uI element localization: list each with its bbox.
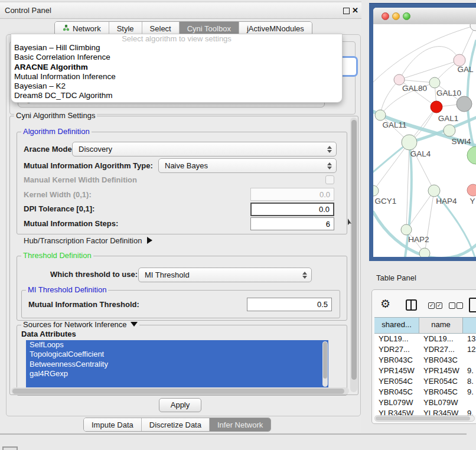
checked-checkbox-icon[interactable]: ✓ (428, 302, 435, 309)
aracne-mode-select[interactable]: Discovery (72, 142, 337, 156)
dropdown-item[interactable]: Bayesian – K2 (11, 81, 342, 91)
network-node-gal4[interactable] (402, 135, 417, 150)
gear-icon[interactable]: ⚙ (380, 297, 390, 311)
unchecked-checkbox-icon[interactable] (449, 302, 455, 309)
scrollbar-thumb[interactable] (12, 389, 344, 394)
network-node[interactable] (470, 24, 476, 31)
network-node-y[interactable] (467, 184, 476, 196)
collapse-down-icon (131, 322, 138, 327)
column-header[interactable]: shared... (374, 318, 419, 333)
mi-steps-label: Mutual Information Steps: (24, 219, 118, 228)
table-cell: YBR045C (419, 387, 463, 397)
minimize-traffic-light-icon[interactable] (392, 12, 400, 20)
network-node-gcy1[interactable] (373, 185, 379, 196)
table-row[interactable]: YDL19...YDL19...13 (374, 334, 476, 344)
network-node-gal10[interactable] (429, 77, 440, 88)
attribute-item[interactable]: BetweennessCentrality (26, 360, 328, 369)
network-edge[interactable] (399, 60, 459, 80)
dpi-tolerance-label: DPI Tolerance [0,1]: (24, 204, 94, 213)
split-columns-icon[interactable] (406, 299, 417, 311)
dpi-tolerance-field[interactable] (250, 203, 334, 216)
dropdown-item[interactable]: ARACNE Algorithm (11, 63, 342, 72)
table-row[interactable]: YER054CYER054C8. (374, 376, 476, 387)
which-threshold-select[interactable]: MI Threshold (138, 268, 312, 282)
table-row[interactable]: YBR045CYBR045C9. (374, 387, 476, 397)
table-body: YDL19...YDL19...13YDR27...YDR27...12YBR0… (374, 334, 476, 415)
table-row[interactable]: YBL079WYBL079W (374, 397, 476, 408)
settings-frame-title: Cyni Algorithm Settings (14, 112, 97, 120)
control-panel-window: Control Panel ✕ NetworkStyleSelectCyni T… (0, 3, 361, 434)
apply-button[interactable]: Apply (159, 398, 201, 412)
new-table-icon[interactable] (469, 298, 476, 312)
tab-style[interactable]: Style (109, 22, 142, 35)
table-row[interactable]: YBR043CYBR043C (374, 355, 476, 366)
network-canvas[interactable]: GALGAL80GAL10GAL1GAL11SWI4GAL4GCY1HAP4YH… (373, 24, 476, 257)
table-cell: YDR27... (374, 344, 419, 355)
dropdown-placeholder: Select algorithm to view settings (11, 34, 342, 43)
tab-jactivemnodules[interactable]: jActiveMNodules (239, 22, 312, 35)
node-label: GAL80 (402, 84, 427, 93)
tab-impute-data[interactable]: Impute Data (84, 418, 141, 431)
checked-checkbox-icon[interactable]: ✓ (436, 302, 442, 309)
zoom-traffic-light-icon[interactable] (403, 12, 410, 20)
hub-definition-label: Hub/Transcription Factor Definition (24, 236, 142, 245)
network-node-gal1[interactable] (431, 101, 442, 113)
unchecked-checkbox-icon[interactable] (457, 302, 463, 309)
network-node-swi4[interactable] (444, 125, 455, 136)
table-row[interactable]: YPR145WYPR145W9. (374, 366, 476, 376)
table-cell: YDL19... (374, 334, 419, 344)
network-node-gal11[interactable] (375, 110, 386, 120)
attribute-item[interactable] (26, 379, 328, 388)
close-icon[interactable]: ✕ (352, 5, 360, 16)
network-node-gal[interactable] (454, 54, 465, 66)
manual-kernel-checkbox[interactable] (325, 175, 334, 184)
network-node-hap4[interactable] (428, 185, 440, 197)
column-header[interactable]: A (463, 318, 476, 333)
divider (0, 1, 361, 2)
mi-type-select[interactable]: Naive Bayes (158, 158, 337, 173)
table-cell: YPR145W (419, 366, 463, 376)
scrollbar-thumb[interactable] (376, 416, 470, 420)
tab-select[interactable]: Select (142, 22, 179, 35)
tab-discretize-data[interactable]: Discretize Data (141, 418, 209, 431)
dropdown-item[interactable]: Mutual Information Inference (11, 72, 342, 81)
network-node[interactable] (419, 248, 430, 257)
kernel-width-field[interactable] (250, 188, 334, 201)
hub-definition-expander[interactable]: Hub/Transcription Factor Definition (24, 236, 152, 246)
network-node-hap2[interactable] (401, 224, 412, 235)
network-node[interactable] (457, 96, 472, 112)
bottom-tabstrip: Impute DataDiscretize DataInfer Network (83, 418, 271, 432)
attribute-item[interactable]: SelfLoops (26, 340, 328, 350)
network-edge[interactable] (425, 191, 434, 253)
node-label: HAP2 (408, 235, 429, 244)
bottom-left-button[interactable] (2, 446, 18, 450)
attribute-item[interactable]: TopologicalCoefficient (26, 350, 328, 359)
dropdown-item[interactable]: Bayesian – Hill Climbing (11, 43, 342, 53)
network-view-window: GALGAL80GAL10GAL1GAL11SWI4GAL4GCY1HAP4YH… (369, 3, 476, 261)
table-row[interactable]: YDR27...YDR27...12 (374, 344, 476, 355)
tab-cyni-toolbox[interactable]: Cyni Toolbox (179, 22, 239, 35)
combo-arrows-icon (327, 162, 332, 169)
attribute-item[interactable]: gal4RGexp (26, 369, 328, 379)
table-row[interactable]: YLR345WYLR345W9. (374, 408, 476, 415)
settings-hscrollbar[interactable] (11, 387, 349, 394)
float-window-icon[interactable] (343, 8, 350, 14)
dropdown-item[interactable]: Basic Correlation Inference (11, 53, 342, 62)
table-panel: ⚙ ✓ ✓ shared...nameA YDL19...YDL19...13Y… (371, 289, 476, 424)
dropdown-item[interactable]: Dream8 DC_TDC Algorithm (11, 91, 342, 100)
network-window-titlebar[interactable] (373, 8, 476, 25)
attributes-scrollbar[interactable] (322, 341, 328, 387)
sources-expander[interactable]: Sources for Network Inference (21, 321, 139, 329)
network-edge[interactable] (380, 80, 399, 115)
close-traffic-light-icon[interactable] (382, 12, 389, 20)
mi-steps-field[interactable] (250, 217, 334, 230)
mi-threshold-field[interactable] (247, 298, 332, 311)
network-node[interactable] (467, 146, 476, 164)
table-hscrollbar[interactable] (374, 415, 475, 422)
column-header[interactable]: name (419, 318, 463, 333)
scrollbar-thumb[interactable] (351, 120, 357, 380)
tab-infer-network[interactable]: Infer Network (209, 418, 270, 431)
scrollbar-thumb[interactable] (323, 342, 327, 379)
settings-scrollbar[interactable] (350, 118, 357, 392)
tab-network[interactable]: Network (55, 22, 109, 35)
